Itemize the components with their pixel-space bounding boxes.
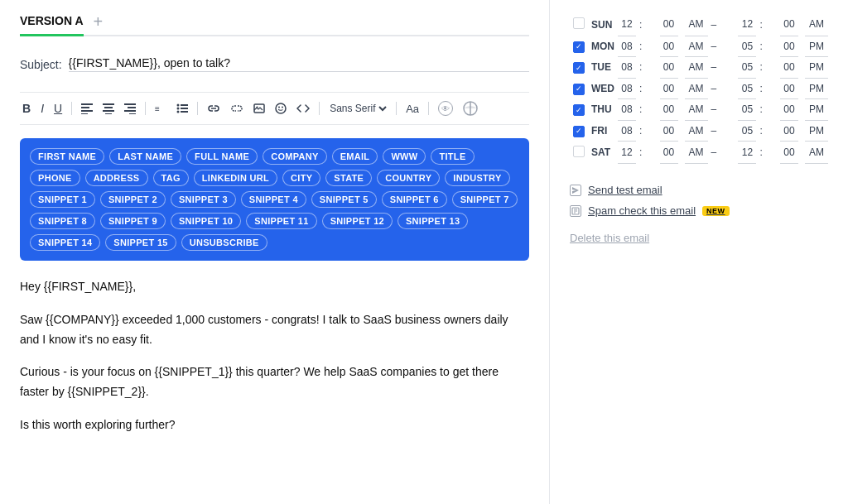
- code-button[interactable]: [294, 101, 312, 116]
- checkbox-fri[interactable]: [573, 126, 585, 137]
- split-view-button[interactable]: [460, 99, 480, 118]
- tag-pill-full-name[interactable]: FULL NAME: [186, 148, 258, 165]
- from-min-wed[interactable]: 00: [660, 78, 678, 99]
- tag-pill-address[interactable]: ADDRESS: [85, 170, 148, 186]
- tag-pill-snippet-3[interactable]: SNIPPET 3: [171, 191, 236, 208]
- tag-pill-snippet-14[interactable]: SNIPPET 14: [30, 234, 100, 251]
- to-ampm-sat[interactable]: AM: [805, 142, 828, 164]
- tag-pill-snippet-7[interactable]: SNIPPET 7: [452, 191, 518, 208]
- to-ampm-mon[interactable]: PM: [805, 36, 828, 57]
- tag-pill-snippet-9[interactable]: SNIPPET 9: [100, 213, 166, 229]
- to-ampm-tue[interactable]: PM: [805, 57, 828, 79]
- from-hour-mon[interactable]: 08: [618, 36, 636, 57]
- to-min-sun[interactable]: 00: [780, 13, 798, 36]
- from-hour-fri[interactable]: 08: [618, 120, 636, 142]
- to-ampm-fri[interactable]: PM: [805, 120, 828, 142]
- to-min-wed[interactable]: 00: [780, 78, 798, 99]
- tag-pill-company[interactable]: COMPANY: [263, 148, 327, 165]
- checkbox-thu[interactable]: [573, 104, 585, 116]
- to-min-thu[interactable]: 00: [780, 99, 798, 121]
- view-button[interactable]: 👁: [436, 99, 455, 118]
- to-ampm-thu[interactable]: PM: [805, 99, 828, 121]
- unlink-button[interactable]: [228, 101, 246, 116]
- image-button[interactable]: [251, 101, 267, 116]
- checkbox-wed[interactable]: [573, 84, 585, 95]
- tag-pill-email[interactable]: EMAIL: [332, 148, 378, 165]
- link-button[interactable]: [205, 101, 223, 116]
- to-ampm-sun[interactable]: AM: [805, 13, 828, 36]
- to-min-fri[interactable]: 00: [780, 120, 798, 142]
- italic-button[interactable]: I: [38, 100, 46, 117]
- tag-pill-state[interactable]: STATE: [325, 170, 372, 186]
- ordered-list-button[interactable]: ≡: [152, 101, 169, 116]
- to-hour-thu[interactable]: 05: [738, 99, 756, 121]
- tag-pill-snippet-10[interactable]: SNIPPET 10: [171, 213, 241, 229]
- tag-pill-title[interactable]: TITLE: [431, 148, 474, 165]
- tag-pill-snippet-5[interactable]: SNIPPET 5: [311, 191, 377, 208]
- tag-pill-industry[interactable]: INDUSTRY: [445, 170, 509, 186]
- add-tab-button[interactable]: +: [94, 13, 104, 35]
- to-hour-sun[interactable]: 12: [738, 13, 756, 36]
- tag-pill-www[interactable]: WWW: [383, 148, 426, 165]
- to-hour-sat[interactable]: 12: [738, 142, 756, 164]
- from-min-thu[interactable]: 00: [660, 99, 678, 121]
- tag-pill-snippet-12[interactable]: SNIPPET 12: [322, 213, 393, 229]
- from-hour-thu[interactable]: 08: [618, 99, 636, 121]
- to-hour-wed[interactable]: 05: [738, 78, 756, 99]
- tag-pill-snippet-1[interactable]: SNIPPET 1: [30, 191, 95, 208]
- checkbox-sat[interactable]: [573, 146, 585, 157]
- from-ampm-thu[interactable]: AM: [685, 99, 708, 121]
- checkbox-tue[interactable]: [573, 62, 585, 74]
- font-family-select[interactable]: Sans Serif: [326, 102, 389, 115]
- align-left-button[interactable]: [79, 101, 95, 116]
- to-min-sat[interactable]: 00: [780, 142, 798, 164]
- tag-pill-snippet-4[interactable]: SNIPPET 4: [241, 191, 306, 208]
- tag-pill-country[interactable]: COUNTRY: [377, 170, 440, 186]
- tag-pill-phone[interactable]: PHONE: [30, 170, 80, 186]
- from-min-sat[interactable]: 00: [660, 142, 678, 164]
- tag-pill-first-name[interactable]: FIRST NAME: [30, 148, 104, 165]
- align-right-button[interactable]: [122, 101, 138, 116]
- from-hour-sun[interactable]: 12: [618, 13, 636, 36]
- from-hour-sat[interactable]: 12: [618, 142, 636, 164]
- tag-pill-city[interactable]: CITY: [282, 170, 320, 186]
- bold-button[interactable]: B: [20, 100, 33, 117]
- align-center-button[interactable]: [100, 101, 117, 116]
- checkbox-mon[interactable]: [573, 41, 585, 53]
- from-hour-tue[interactable]: 08: [618, 57, 636, 79]
- tag-pill-snippet-6[interactable]: SNIPPET 6: [382, 191, 447, 208]
- to-hour-tue[interactable]: 05: [738, 57, 756, 79]
- from-ampm-tue[interactable]: AM: [685, 57, 708, 79]
- send-test-email-link[interactable]: Send test email: [570, 184, 828, 196]
- from-ampm-fri[interactable]: AM: [685, 120, 708, 142]
- from-ampm-mon[interactable]: AM: [685, 36, 708, 57]
- unordered-list-button[interactable]: [174, 101, 190, 116]
- underline-button[interactable]: U: [51, 100, 65, 117]
- subject-input[interactable]: [69, 56, 529, 72]
- tab-version-a[interactable]: VERSION A: [20, 14, 84, 36]
- from-ampm-wed[interactable]: AM: [685, 78, 708, 99]
- from-ampm-sun[interactable]: AM: [685, 13, 708, 36]
- from-min-mon[interactable]: 00: [660, 36, 678, 57]
- checkbox-sun[interactable]: [573, 17, 585, 29]
- to-ampm-wed[interactable]: PM: [805, 78, 828, 99]
- from-min-tue[interactable]: 00: [660, 57, 678, 79]
- tag-pill-snippet-8[interactable]: SNIPPET 8: [30, 213, 95, 229]
- tag-pill-unsubscribe[interactable]: UNSUBSCRIBE: [181, 234, 267, 251]
- tag-pill-linkedin-url[interactable]: LINKEDIN URL: [194, 170, 277, 186]
- tag-pill-snippet-11[interactable]: SNIPPET 11: [246, 213, 316, 229]
- from-ampm-sat[interactable]: AM: [685, 142, 708, 164]
- from-hour-wed[interactable]: 08: [618, 78, 636, 99]
- emoji-button[interactable]: [272, 101, 289, 116]
- from-min-sun[interactable]: 00: [660, 13, 678, 36]
- delete-email-link[interactable]: Delete this email: [570, 232, 828, 244]
- to-min-tue[interactable]: 00: [780, 57, 798, 79]
- tag-pill-snippet-13[interactable]: SNIPPET 13: [398, 213, 468, 229]
- font-size-button[interactable]: Aa: [403, 101, 422, 117]
- tag-pill-snippet-2[interactable]: SNIPPET 2: [100, 191, 166, 208]
- to-hour-fri[interactable]: 05: [738, 120, 756, 142]
- to-hour-mon[interactable]: 05: [738, 36, 756, 57]
- from-min-fri[interactable]: 00: [660, 120, 678, 142]
- to-min-mon[interactable]: 00: [780, 36, 798, 57]
- tag-pill-last-name[interactable]: LAST NAME: [109, 148, 181, 165]
